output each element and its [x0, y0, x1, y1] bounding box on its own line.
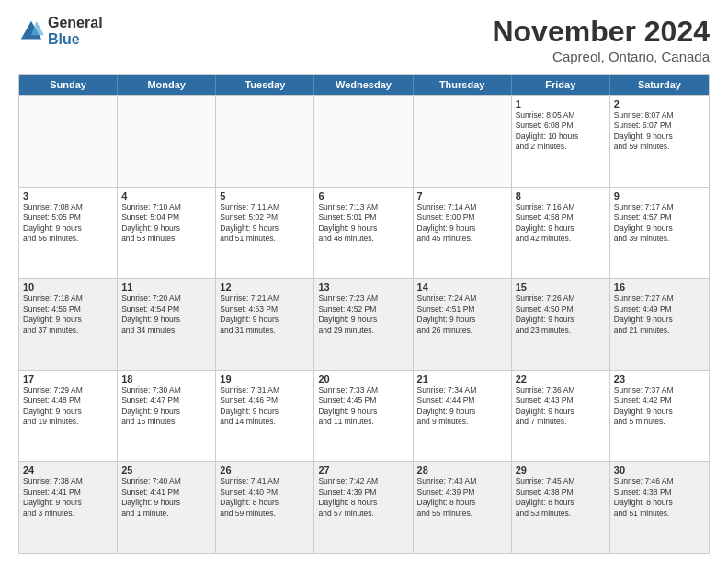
cell-info: Sunrise: 7:11 AM Sunset: 5:02 PM Dayligh…: [220, 202, 310, 245]
cell-info: Sunrise: 7:24 AM Sunset: 4:51 PM Dayligh…: [417, 293, 507, 336]
day-cell-30: 30Sunrise: 7:46 AM Sunset: 4:38 PM Dayli…: [610, 462, 709, 553]
logo-general-text: General: [48, 15, 103, 31]
day-cell-1: 1Sunrise: 8:05 AM Sunset: 6:08 PM Daylig…: [512, 96, 610, 187]
day-number: 7: [417, 190, 507, 201]
day-number: 6: [318, 190, 408, 201]
day-number: 19: [220, 373, 310, 385]
header-day-friday: Friday: [512, 75, 610, 95]
day-cell-21: 21Sunrise: 7:34 AM Sunset: 4:44 PM Dayli…: [414, 371, 512, 462]
location-subtitle: Capreol, Ontario, Canada: [492, 49, 710, 64]
day-cell-17: 17Sunrise: 7:29 AM Sunset: 4:48 PM Dayli…: [19, 371, 118, 462]
day-cell-2: 2Sunrise: 8:07 AM Sunset: 6:07 PM Daylig…: [610, 96, 709, 187]
cell-info: Sunrise: 7:16 AM Sunset: 4:58 PM Dayligh…: [516, 202, 606, 245]
empty-cell-0-4: [414, 96, 512, 187]
calendar: SundayMondayTuesdayWednesdayThursdayFrid…: [18, 74, 710, 554]
cell-info: Sunrise: 7:37 AM Sunset: 4:42 PM Dayligh…: [614, 385, 705, 428]
cell-info: Sunrise: 8:05 AM Sunset: 6:08 PM Dayligh…: [516, 110, 606, 153]
cell-info: Sunrise: 7:42 AM Sunset: 4:39 PM Dayligh…: [318, 477, 408, 519]
cell-info: Sunrise: 7:40 AM Sunset: 4:41 PM Dayligh…: [121, 477, 211, 519]
cell-info: Sunrise: 8:07 AM Sunset: 6:07 PM Dayligh…: [614, 110, 705, 153]
cell-info: Sunrise: 7:26 AM Sunset: 4:50 PM Dayligh…: [516, 293, 606, 336]
header-day-monday: Monday: [118, 75, 216, 95]
day-cell-29: 29Sunrise: 7:45 AM Sunset: 4:38 PM Dayli…: [512, 462, 610, 553]
calendar-row-0: 1Sunrise: 8:05 AM Sunset: 6:08 PM Daylig…: [19, 95, 709, 187]
day-number: 21: [417, 373, 507, 385]
calendar-row-2: 10Sunrise: 7:18 AM Sunset: 4:56 PM Dayli…: [19, 278, 709, 370]
day-number: 12: [220, 282, 310, 293]
cell-info: Sunrise: 7:27 AM Sunset: 4:49 PM Dayligh…: [614, 293, 705, 336]
empty-cell-0-3: [314, 96, 413, 187]
day-cell-5: 5Sunrise: 7:11 AM Sunset: 5:02 PM Daylig…: [216, 188, 314, 279]
day-cell-13: 13Sunrise: 7:23 AM Sunset: 4:52 PM Dayli…: [314, 279, 413, 370]
day-cell-6: 6Sunrise: 7:13 AM Sunset: 5:01 PM Daylig…: [314, 188, 413, 279]
header: General Blue November 2024 Capreol, Onta…: [18, 15, 710, 64]
cell-info: Sunrise: 7:13 AM Sunset: 5:01 PM Dayligh…: [318, 202, 408, 245]
day-number: 26: [220, 465, 310, 476]
cell-info: Sunrise: 7:18 AM Sunset: 4:56 PM Dayligh…: [23, 293, 113, 336]
cell-info: Sunrise: 7:14 AM Sunset: 5:00 PM Dayligh…: [417, 202, 507, 245]
day-cell-26: 26Sunrise: 7:41 AM Sunset: 4:40 PM Dayli…: [216, 462, 314, 553]
day-number: 9: [614, 190, 705, 201]
day-cell-14: 14Sunrise: 7:24 AM Sunset: 4:51 PM Dayli…: [414, 279, 512, 370]
day-cell-7: 7Sunrise: 7:14 AM Sunset: 5:00 PM Daylig…: [414, 188, 512, 279]
day-cell-25: 25Sunrise: 7:40 AM Sunset: 4:41 PM Dayli…: [118, 462, 216, 553]
cell-info: Sunrise: 7:46 AM Sunset: 4:38 PM Dayligh…: [614, 477, 705, 519]
cell-info: Sunrise: 7:41 AM Sunset: 4:40 PM Dayligh…: [220, 477, 310, 519]
header-day-wednesday: Wednesday: [314, 75, 413, 95]
calendar-row-3: 17Sunrise: 7:29 AM Sunset: 4:48 PM Dayli…: [19, 370, 709, 462]
cell-info: Sunrise: 7:45 AM Sunset: 4:38 PM Dayligh…: [516, 477, 606, 519]
header-day-tuesday: Tuesday: [216, 75, 314, 95]
day-number: 18: [121, 373, 211, 385]
day-number: 1: [516, 98, 606, 109]
header-day-sunday: Sunday: [19, 75, 118, 95]
day-cell-3: 3Sunrise: 7:08 AM Sunset: 5:05 PM Daylig…: [19, 188, 118, 279]
day-number: 8: [516, 190, 606, 201]
cell-info: Sunrise: 7:20 AM Sunset: 4:54 PM Dayligh…: [121, 293, 211, 336]
day-number: 24: [23, 465, 113, 476]
title-block: November 2024 Capreol, Ontario, Canada: [492, 15, 710, 64]
cell-info: Sunrise: 7:43 AM Sunset: 4:39 PM Dayligh…: [417, 477, 507, 519]
day-cell-8: 8Sunrise: 7:16 AM Sunset: 4:58 PM Daylig…: [512, 188, 610, 279]
day-cell-22: 22Sunrise: 7:36 AM Sunset: 4:43 PM Dayli…: [512, 371, 610, 462]
cell-info: Sunrise: 7:38 AM Sunset: 4:41 PM Dayligh…: [23, 477, 113, 519]
cell-info: Sunrise: 7:23 AM Sunset: 4:52 PM Dayligh…: [318, 293, 408, 336]
day-cell-9: 9Sunrise: 7:17 AM Sunset: 4:57 PM Daylig…: [610, 188, 709, 279]
day-number: 25: [121, 465, 211, 476]
cell-info: Sunrise: 7:36 AM Sunset: 4:43 PM Dayligh…: [516, 385, 606, 428]
header-day-saturday: Saturday: [610, 75, 709, 95]
day-cell-28: 28Sunrise: 7:43 AM Sunset: 4:39 PM Dayli…: [414, 462, 512, 553]
cell-info: Sunrise: 7:33 AM Sunset: 4:45 PM Dayligh…: [318, 385, 408, 428]
month-title: November 2024: [492, 15, 710, 49]
calendar-header: SundayMondayTuesdayWednesdayThursdayFrid…: [19, 75, 709, 95]
day-cell-24: 24Sunrise: 7:38 AM Sunset: 4:41 PM Dayli…: [19, 462, 118, 553]
day-number: 2: [614, 98, 705, 109]
day-cell-23: 23Sunrise: 7:37 AM Sunset: 4:42 PM Dayli…: [610, 371, 709, 462]
cell-info: Sunrise: 7:29 AM Sunset: 4:48 PM Dayligh…: [23, 385, 113, 428]
empty-cell-0-1: [118, 96, 216, 187]
day-number: 14: [417, 282, 507, 293]
day-number: 11: [121, 282, 211, 293]
day-number: 10: [23, 282, 113, 293]
logo-blue-text: Blue: [48, 31, 103, 48]
cell-info: Sunrise: 7:10 AM Sunset: 5:04 PM Dayligh…: [121, 202, 211, 245]
logo-text: General Blue: [48, 15, 103, 47]
page: General Blue November 2024 Capreol, Onta…: [0, 0, 728, 563]
day-cell-12: 12Sunrise: 7:21 AM Sunset: 4:53 PM Dayli…: [216, 279, 314, 370]
cell-info: Sunrise: 7:30 AM Sunset: 4:47 PM Dayligh…: [121, 385, 211, 428]
calendar-body: 1Sunrise: 8:05 AM Sunset: 6:08 PM Daylig…: [19, 95, 709, 553]
day-number: 30: [614, 465, 705, 476]
cell-info: Sunrise: 7:34 AM Sunset: 4:44 PM Dayligh…: [417, 385, 507, 428]
day-cell-18: 18Sunrise: 7:30 AM Sunset: 4:47 PM Dayli…: [118, 371, 216, 462]
day-number: 15: [516, 282, 606, 293]
logo: General Blue: [18, 15, 103, 47]
day-number: 16: [614, 282, 705, 293]
day-number: 23: [614, 373, 705, 385]
day-cell-16: 16Sunrise: 7:27 AM Sunset: 4:49 PM Dayli…: [610, 279, 709, 370]
day-number: 28: [417, 465, 507, 476]
day-cell-10: 10Sunrise: 7:18 AM Sunset: 4:56 PM Dayli…: [19, 279, 118, 370]
cell-info: Sunrise: 7:08 AM Sunset: 5:05 PM Dayligh…: [23, 202, 113, 245]
day-number: 13: [318, 282, 408, 293]
day-number: 5: [220, 190, 310, 201]
calendar-row-1: 3Sunrise: 7:08 AM Sunset: 5:05 PM Daylig…: [19, 187, 709, 279]
cell-info: Sunrise: 7:17 AM Sunset: 4:57 PM Dayligh…: [614, 202, 705, 245]
